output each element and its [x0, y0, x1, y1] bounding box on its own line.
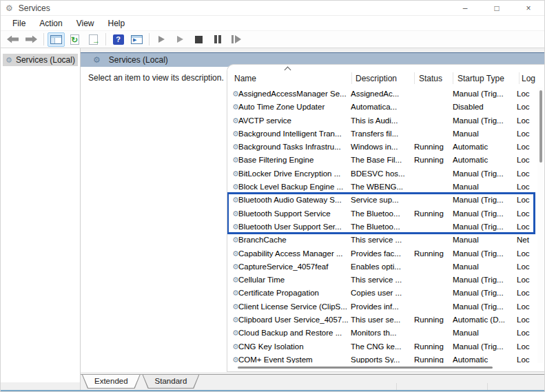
resume-service-button[interactable] — [172, 32, 189, 47]
service-description-cell: Copies user ... — [351, 287, 414, 300]
service-name-cell: CNG Key Isolation — [238, 340, 351, 353]
pause-service-button[interactable] — [209, 32, 226, 47]
table-row[interactable]: ⚙Bluetooth User Support Ser...The Blueto… — [227, 220, 537, 234]
help-button[interactable] — [110, 32, 127, 47]
menu-view[interactable]: View — [70, 17, 101, 30]
table-row[interactable]: ⚙COM+ Event SystemSupports Sy...RunningA… — [227, 353, 537, 363]
menu-bar: FileActionViewHelp — [1, 16, 544, 31]
toolbar-separator — [149, 33, 150, 45]
service-name-cell: Auto Time Zone Updater — [238, 101, 351, 114]
service-status-cell — [414, 300, 453, 313]
back-button[interactable] — [4, 32, 21, 47]
service-description-cell: Transfers fil... — [351, 127, 414, 141]
table-row[interactable]: ⚙Background Tasks Infrastru...Windows in… — [227, 141, 537, 154]
service-status-cell — [414, 180, 453, 194]
service-gear-icon: ⚙ — [227, 340, 238, 353]
refresh-button[interactable] — [66, 32, 83, 47]
service-startup-type-cell: Manual — [453, 260, 517, 274]
action-pane-button[interactable] — [128, 32, 145, 47]
service-description-cell: This user se... — [351, 313, 414, 327]
service-description-cell: Windows in... — [351, 141, 414, 154]
table-row[interactable]: ⚙BitLocker Drive Encryption ...BDESVC ho… — [227, 167, 537, 180]
table-row[interactable]: ⚙Certificate PropagationCopies user ...M… — [227, 287, 537, 300]
forward-button[interactable] — [23, 32, 40, 47]
close-button[interactable]: × — [513, 1, 544, 16]
service-startup-type-cell: Manual — [453, 234, 517, 247]
service-name-cell: Background Tasks Infrastru... — [238, 141, 351, 154]
tab-standard[interactable]: Standard — [143, 375, 200, 389]
horizontal-scrollbar[interactable] — [227, 363, 537, 371]
service-name-cell: Client License Service (ClipS... — [238, 300, 351, 313]
export-list-button[interactable] — [85, 32, 102, 47]
service-gear-icon: ⚙ — [227, 101, 238, 114]
column-divider[interactable] — [351, 72, 352, 84]
column-header-startup-type[interactable]: Startup Type — [457, 74, 504, 83]
services-gear-icon: ⚙ — [93, 56, 101, 64]
column-header-name[interactable]: Name — [234, 74, 256, 83]
service-startup-type-cell: Manual (Trig... — [453, 167, 517, 180]
start-service-icon — [158, 36, 165, 43]
window-bottom-accent — [1, 390, 544, 391]
column-divider[interactable] — [414, 72, 415, 84]
service-logon-cell: Loc — [517, 87, 537, 101]
vertical-scrollbar-thumb[interactable] — [539, 90, 542, 163]
maximize-button[interactable]: □ — [481, 1, 513, 16]
table-row[interactable]: ⚙Bluetooth Audio Gateway S...Service sup… — [227, 194, 537, 207]
service-gear-icon: ⚙ — [227, 87, 238, 101]
tab-extended[interactable]: Extended — [82, 375, 141, 389]
console-tree-button[interactable] — [48, 32, 65, 47]
column-divider[interactable] — [519, 72, 520, 84]
vertical-scrollbar[interactable] — [537, 87, 544, 363]
tab-label: Standard — [155, 375, 187, 388]
minimize-button[interactable]: – — [449, 1, 481, 16]
service-startup-type-cell: Manual (Trig... — [453, 274, 517, 287]
service-startup-type-cell: Automatic — [453, 154, 517, 167]
service-name-cell: Clipboard User Service_4057... — [238, 313, 351, 327]
service-description-cell: This is Audi... — [351, 114, 414, 127]
table-row[interactable]: ⚙Bluetooth Support ServiceThe Bluetoo...… — [227, 207, 537, 220]
start-service-button[interactable] — [153, 32, 170, 47]
horizontal-scrollbar-thumb[interactable] — [238, 367, 493, 369]
table-row[interactable]: ⚙CNG Key IsolationThe CNG ke...RunningMa… — [227, 340, 537, 353]
service-name-cell: Bluetooth Support Service — [238, 207, 351, 220]
table-row[interactable]: ⚙Capability Access Manager ...Provides f… — [227, 247, 537, 260]
column-divider[interactable] — [453, 72, 453, 84]
service-description-cell: Monitors th... — [351, 327, 414, 340]
service-description-cell: Service sup... — [351, 194, 414, 207]
column-header-log[interactable]: Log — [522, 74, 535, 83]
service-startup-type-cell: Manual (Trig... — [453, 340, 517, 353]
service-description-cell: This service ... — [351, 274, 414, 287]
table-row[interactable]: ⚙Background Intelligent Tran...Transfers… — [227, 127, 537, 141]
column-header-description[interactable]: Description — [356, 74, 397, 83]
table-row[interactable]: ⚙Clipboard User Service_4057...This user… — [227, 313, 537, 327]
table-row[interactable]: ⚙AVCTP serviceThis is Audi...Manual (Tri… — [227, 114, 537, 127]
service-name-cell: Certificate Propagation — [238, 287, 351, 300]
table-row[interactable]: ⚙CaptureService_4057feafEnables opti...M… — [227, 260, 537, 274]
service-logon-cell: Loc — [517, 274, 537, 287]
table-row[interactable]: ⚙Cellular TimeThis service ...Manual (Tr… — [227, 274, 537, 287]
stop-service-button[interactable] — [190, 32, 207, 47]
column-header-status[interactable]: Status — [419, 74, 442, 83]
service-startup-type-cell: Automatic — [453, 141, 517, 154]
service-description-cell: The WBENG... — [351, 180, 414, 194]
table-row[interactable]: ⚙BranchCacheThis service ...ManualNet — [227, 234, 537, 247]
service-logon-cell: Loc — [517, 353, 537, 363]
table-row[interactable]: ⚙Client License Service (ClipS...Provide… — [227, 300, 537, 313]
service-gear-icon: ⚙ — [227, 167, 238, 180]
service-logon-cell: Loc — [517, 194, 537, 207]
menu-action[interactable]: Action — [33, 17, 68, 30]
menu-file[interactable]: File — [6, 17, 32, 30]
service-name-cell: Cellular Time — [238, 274, 351, 287]
sidebar-item-services-local[interactable]: ⚙Services (Local) — [3, 54, 78, 66]
table-row[interactable]: ⚙Cloud Backup and Restore ...Monitors th… — [227, 327, 537, 340]
table-row[interactable]: ⚙Base Filtering EngineThe Base Fil...Run… — [227, 154, 537, 167]
table-row[interactable]: ⚙AssignedAccessManager Se...AssignedAc..… — [227, 87, 537, 101]
service-startup-type-cell: Automatic — [453, 353, 517, 363]
menu-help[interactable]: Help — [102, 17, 132, 30]
table-row[interactable]: ⚙Block Level Backup Engine ...The WBENG.… — [227, 180, 537, 194]
service-logon-cell: Loc — [517, 247, 537, 260]
table-row[interactable]: ⚙Auto Time Zone UpdaterAutomatica...Disa… — [227, 101, 537, 114]
services-window: ⚙ Services – □ × FileActionViewHelp ⚙Ser… — [0, 0, 545, 392]
restart-service-button[interactable] — [227, 32, 245, 47]
service-status-cell: Running — [414, 340, 453, 353]
